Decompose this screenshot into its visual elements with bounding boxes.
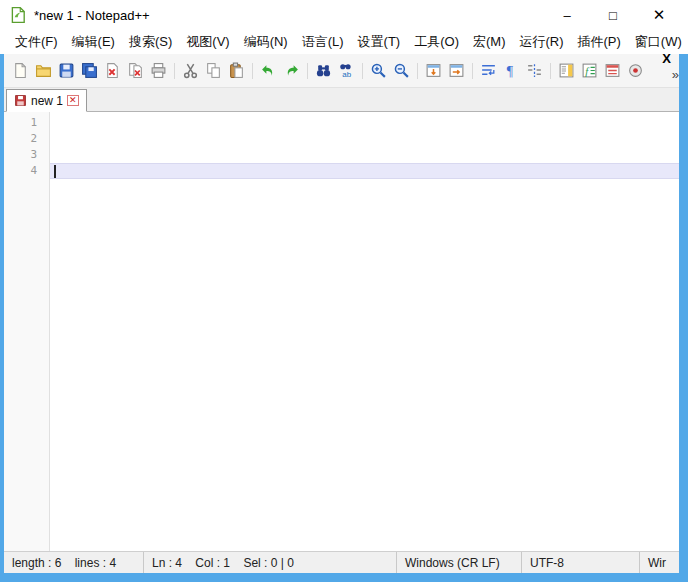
menu-item-file[interactable]: 文件(F) (8, 31, 65, 53)
close-document-icon[interactable] (101, 60, 124, 82)
menu-item-macro[interactable]: 宏(M) (466, 31, 513, 53)
unsaved-indicator-icon (14, 94, 27, 107)
menu-item-tools[interactable]: 工具(O) (407, 31, 466, 53)
open-folder-icon[interactable] (32, 60, 55, 82)
find-icon[interactable] (312, 60, 335, 82)
toolbar-separator (307, 63, 308, 79)
notepadpp-app-icon[interactable] (9, 6, 27, 24)
text-caret (54, 165, 56, 178)
copy-icon[interactable] (202, 60, 225, 82)
tab-close-icon[interactable]: ✕ (67, 95, 79, 106)
svg-text:¶: ¶ (507, 64, 514, 79)
sync-horizontal-scroll-icon[interactable] (445, 60, 468, 82)
cut-icon[interactable] (179, 60, 202, 82)
paste-icon[interactable] (225, 60, 248, 82)
indent-guide-icon[interactable] (523, 60, 546, 82)
menu-item-view[interactable]: 视图(V) (179, 31, 236, 53)
minimize-button[interactable]: – (544, 0, 590, 30)
file-browser-icon[interactable] (601, 60, 624, 82)
menu-item-plugins[interactable]: 插件(P) (571, 31, 628, 53)
toolbar-separator (472, 63, 473, 79)
svg-text:ab: ab (342, 70, 351, 79)
toolbar-separator (252, 63, 253, 79)
close-button[interactable]: ✕ (636, 0, 682, 30)
sync-vertical-scroll-icon[interactable] (422, 60, 445, 82)
title-bar[interactable]: *new 1 - Notepad++ – □ ✕ (0, 0, 688, 30)
tab-new-1[interactable]: new 1 ✕ (6, 89, 87, 112)
menu-item-window[interactable]: 窗口(W) (628, 31, 688, 53)
tab-bar: new 1 ✕ (4, 88, 679, 112)
status-eol-format: Windows (CR LF) (397, 552, 522, 573)
macro-record-icon[interactable] (624, 60, 647, 82)
line-number: 3 (4, 147, 37, 163)
document-map-icon[interactable] (555, 60, 578, 82)
zoom-out-icon[interactable] (390, 60, 413, 82)
menu-item-language[interactable]: 语言(L) (295, 31, 351, 53)
window-controls: – □ ✕ (544, 0, 688, 30)
current-line-highlight (50, 163, 679, 179)
redo-icon[interactable] (280, 60, 303, 82)
toolbar-separator (550, 63, 551, 79)
maximize-button[interactable]: □ (590, 0, 636, 30)
window-body: X » (0, 54, 688, 582)
line-number: 2 (4, 131, 37, 147)
toolbar-separator (362, 63, 363, 79)
status-encoding: UTF-8 (522, 552, 640, 573)
toolbar-separator (174, 63, 175, 79)
save-all-icon[interactable] (78, 60, 101, 82)
menu-item-run[interactable]: 运行(R) (512, 31, 570, 53)
status-length-lines: length : 6 lines : 4 (4, 552, 144, 573)
show-all-characters-icon[interactable]: ¶ (500, 60, 523, 82)
new-file-icon[interactable] (9, 60, 32, 82)
editor-text-area[interactable] (50, 112, 679, 551)
line-number-gutter[interactable]: 1 2 3 4 (4, 112, 50, 551)
toolbar-overflow-chevron[interactable]: » (672, 67, 679, 82)
word-wrap-icon[interactable] (477, 60, 500, 82)
menu-item-encoding[interactable]: 编码(N) (237, 31, 295, 53)
status-right: Wir (640, 552, 679, 573)
tab-label: new 1 (31, 94, 63, 108)
status-cursor-position: Ln : 4 Col : 1 Sel : 0 | 0 (144, 552, 397, 573)
replace-icon[interactable]: ab (335, 60, 358, 82)
menu-item-settings[interactable]: 设置(T) (351, 31, 408, 53)
menu-item-edit[interactable]: 编辑(E) (65, 31, 122, 53)
notepadpp-logo-icon (9, 6, 27, 24)
close-all-documents-icon[interactable] (124, 60, 147, 82)
editor-pane: 1 2 3 4 (4, 112, 679, 551)
menubar-close-x[interactable]: X (662, 51, 671, 66)
undo-icon[interactable] (257, 60, 280, 82)
menu-bar: 文件(F) 编辑(E) 搜索(S) 视图(V) 编码(N) 语言(L) 设置(T… (0, 30, 688, 54)
notepadpp-window: *new 1 - Notepad++ – □ ✕ 文件(F) 编辑(E) 搜索(… (0, 0, 688, 582)
save-icon[interactable] (55, 60, 78, 82)
print-icon[interactable] (147, 60, 170, 82)
toolbar: ab ¶ (4, 54, 679, 88)
line-number: 4 (4, 163, 37, 179)
toolbar-separator (417, 63, 418, 79)
function-list-icon[interactable]: f (578, 60, 601, 82)
status-bar: length : 6 lines : 4 Ln : 4 Col : 1 Sel … (4, 551, 679, 573)
window-title: *new 1 - Notepad++ (34, 8, 150, 23)
menu-item-search[interactable]: 搜索(S) (122, 31, 179, 53)
line-number: 1 (4, 115, 37, 131)
zoom-in-icon[interactable] (367, 60, 390, 82)
